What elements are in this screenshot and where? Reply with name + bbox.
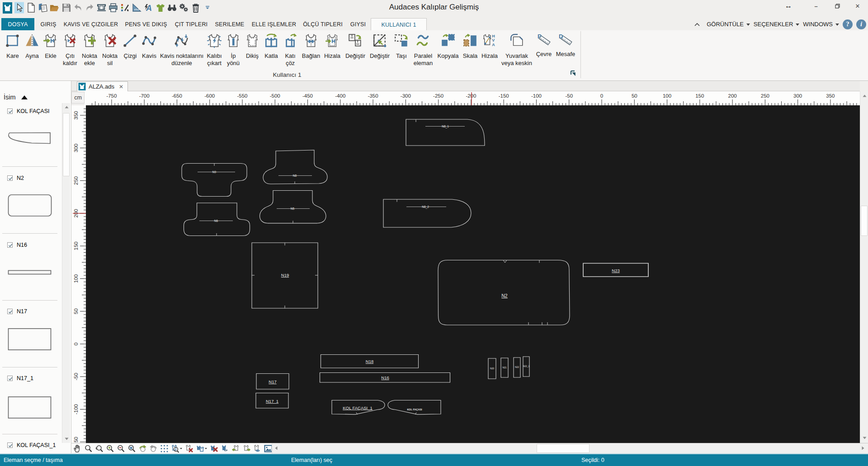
title-bar: A Audaces Kalıplar Gelişmiş ↔ – ✕ (0, 0, 868, 18)
set-square-icon[interactable] (132, 2, 142, 14)
vertical-ruler: -150-100-50050100150200250300350 (71, 105, 86, 443)
document-tab-close-icon[interactable]: ✕ (117, 84, 123, 90)
restore-icon (835, 4, 840, 9)
pan-hand-icon[interactable] (73, 444, 82, 453)
scroll-down-icon[interactable] (63, 435, 70, 442)
sidebar-item-n17[interactable]: N17 (7, 308, 27, 315)
pieces-menu-icon[interactable] (196, 444, 208, 453)
scroll-left-icon[interactable] (273, 444, 280, 452)
scrollbar-thumb[interactable] (63, 113, 70, 176)
paste-icon[interactable] (38, 2, 47, 14)
piece-label: N2 (501, 293, 508, 298)
status-bar: Eleman seçme / taşıma Eleman(ları) seç S… (0, 453, 868, 466)
open-folder-icon[interactable] (50, 2, 59, 14)
cursor-icon[interactable] (14, 2, 24, 14)
menu-goruntule[interactable]: GÖRÜNTÜLE (707, 21, 750, 28)
svg-text:-100: -100 (73, 404, 79, 414)
app-logo-icon[interactable] (3, 2, 12, 14)
chevron-up-icon[interactable] (694, 22, 700, 27)
piece-next-icon[interactable] (242, 444, 251, 453)
sidebar-header[interactable]: İsim (4, 94, 28, 101)
sidebar-item-kol-fa-asi[interactable]: KOL FAÇASI (7, 108, 49, 114)
plotter-icon[interactable] (97, 2, 106, 14)
piece-zoom-menu-icon[interactable] (171, 444, 183, 453)
ribbon-group-label: Kullanıcı 1 (260, 71, 314, 78)
menu-windows[interactable]: WINDOWS (803, 21, 839, 28)
view-previous-icon[interactable] (138, 444, 147, 453)
sidebar-item-kol-fa-asi-1[interactable]: KOL FAÇASI_1 (7, 442, 56, 448)
save-icon[interactable] (61, 2, 71, 14)
svg-text:-700: -700 (139, 93, 150, 99)
info-icon[interactable]: i (856, 19, 866, 29)
menu-tab-kullanici-1[interactable]: KULLANICI 1 (371, 18, 427, 31)
svg-text:150: 150 (73, 242, 79, 250)
tshirt-icon[interactable] (156, 2, 165, 14)
piece-delete-icon[interactable] (210, 444, 218, 453)
document-tab[interactable]: ALZA.ads ✕ (77, 81, 128, 91)
zoom-region-icon[interactable] (95, 444, 104, 453)
svg-text:200: 200 (728, 93, 737, 99)
scroll-right-icon[interactable] (859, 444, 867, 452)
scroll-up-icon[interactable] (861, 92, 868, 99)
zoom-in-icon[interactable] (106, 444, 114, 453)
restore-button[interactable] (832, 0, 842, 12)
scroll-up-icon[interactable] (63, 104, 70, 111)
zoom-icon[interactable] (84, 444, 93, 453)
pattern-canvas[interactable]: N8_1N9N6N8N5N8_2N19N2N23N18N16N17N17_1KO… (86, 105, 860, 443)
piece-previous-icon[interactable] (231, 444, 240, 453)
close-button[interactable]: ✕ (853, 0, 863, 12)
checkbox-checked[interactable] (7, 242, 13, 248)
sidebar-scrollbar[interactable] (62, 103, 70, 443)
design-tools-icon[interactable] (120, 2, 130, 14)
view-next-icon[interactable] (149, 444, 158, 453)
checkbox-checked[interactable] (7, 376, 13, 381)
piece-label: N16 (381, 375, 389, 380)
chevron-down-icon (835, 24, 839, 26)
scrollbar-thumb[interactable] (537, 444, 590, 453)
zoom-out-icon[interactable] (117, 444, 125, 453)
svg-text:-300: -300 (401, 93, 411, 99)
checkbox-checked[interactable] (7, 442, 13, 448)
new-document-icon[interactable] (26, 2, 36, 14)
text-style-icon[interactable]: A (144, 2, 153, 14)
canvas-horizontal-scrollbar[interactable] (272, 443, 868, 454)
piece-show-icon[interactable] (253, 444, 262, 453)
piece-edit-icon[interactable] (221, 444, 229, 453)
ribbon-dialog-launcher-icon[interactable] (571, 71, 576, 76)
svg-text:50: 50 (73, 308, 79, 314)
grid-icon[interactable] (160, 444, 169, 453)
trash-icon[interactable] (191, 2, 200, 14)
checkbox-checked[interactable] (7, 108, 13, 114)
piece-hide-icon[interactable] (185, 444, 193, 453)
menu-secenekler[interactable]: SEÇENEKLER (754, 21, 799, 28)
sidebar-item-n17-1[interactable]: N17_1 (7, 375, 33, 381)
svg-text:-500: -500 (270, 93, 280, 99)
status-hint: Eleman(ları) seç (291, 457, 332, 463)
more-dropdown-icon[interactable] (203, 2, 212, 14)
scrollbar-thumb[interactable] (861, 206, 868, 236)
svg-text:100: 100 (663, 93, 671, 99)
binoculars-icon[interactable] (167, 2, 177, 14)
scroll-down-icon[interactable] (861, 434, 868, 442)
sidebar-item-label: KOL FAÇASI_1 (17, 442, 56, 448)
help-icon[interactable]: ? (843, 19, 853, 29)
undo-icon[interactable] (73, 2, 83, 14)
resize-handle-icon[interactable]: ↔ (783, 0, 793, 12)
chevron-down-icon (796, 24, 799, 26)
ribbon-button-mesafe[interactable]: DMesafe (538, 33, 593, 58)
zoom-piece-icon[interactable] (127, 444, 136, 453)
menu-bar: DOSYA GIRIŞKAVIS VE ÇIZGILERPENS VE DIKI… (0, 18, 868, 30)
minimize-button[interactable]: – (811, 0, 821, 12)
sidebar-separator (2, 434, 57, 434)
gears-icon[interactable] (179, 2, 189, 14)
sidebar-item-n16[interactable]: N16 (7, 242, 27, 248)
canvas-vertical-scrollbar[interactable] (860, 91, 868, 443)
piece-label: N5 (291, 207, 295, 210)
menu-right-group: GÖRÜNTÜLE SEÇENEKLER WINDOWS ? i (694, 18, 868, 30)
sidebar-item-n2[interactable]: N2 (7, 175, 24, 181)
chevron-down-icon (746, 24, 750, 26)
checkbox-checked[interactable] (7, 309, 13, 314)
checkbox-checked[interactable] (7, 175, 13, 181)
print-icon[interactable] (108, 2, 118, 14)
redo-icon[interactable] (85, 2, 94, 14)
